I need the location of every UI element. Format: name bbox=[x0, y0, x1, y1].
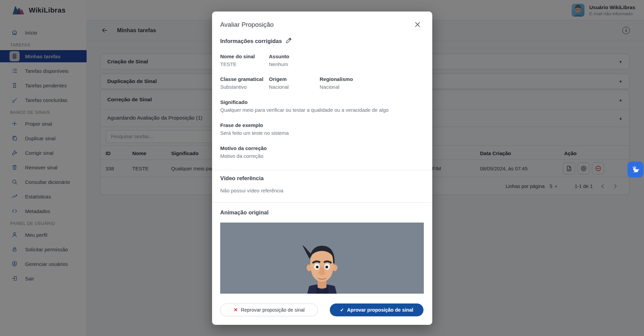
reject-proposal-button[interactable]: ✕ Reprovar proposição de sinal bbox=[220, 303, 318, 316]
field-origem: Origem Nacional bbox=[269, 76, 289, 90]
approve-proposal-button[interactable]: ✓ Aprovar proposição de sinal bbox=[330, 303, 423, 316]
field-label: Origem bbox=[269, 76, 289, 82]
reject-button-label: Reprovar proposição de sinal bbox=[241, 307, 305, 313]
hands-icon bbox=[631, 165, 640, 174]
field-value: Substantivo bbox=[220, 84, 263, 90]
app-window: WikiLibras Usuário W bbox=[0, 0, 644, 336]
field-significado: Significado Qualquer meio para verificar… bbox=[220, 99, 423, 113]
close-icon[interactable] bbox=[413, 20, 422, 29]
avaliar-proposicao-modal: Avaliar Proposição Informações corrigida… bbox=[212, 12, 432, 325]
field-frase-de-exemplo: Frase de exemplo Será feito um teste no … bbox=[220, 122, 423, 136]
field-label: Assunto bbox=[269, 54, 289, 59]
approve-button-label: Aprovar proposição de sinal bbox=[347, 307, 413, 313]
edit-pencil-icon[interactable] bbox=[285, 37, 292, 44]
divider bbox=[212, 202, 432, 203]
field-value: TESTE bbox=[220, 61, 255, 67]
field-label: Significado bbox=[220, 99, 423, 105]
field-label: Regionalismo bbox=[320, 76, 353, 82]
divider bbox=[212, 170, 432, 170]
field-value: Nacional bbox=[320, 84, 353, 90]
field-label: Frase de exemplo bbox=[220, 122, 423, 128]
x-icon: ✕ bbox=[233, 307, 238, 313]
field-value: Nenhum bbox=[269, 61, 289, 67]
field-assunto: Assunto Nenhum bbox=[269, 54, 289, 67]
field-label: Classe gramatical bbox=[220, 76, 263, 82]
section-informacoes-corrigidas: Informações corrigidas bbox=[220, 38, 282, 44]
section-animacao-original: Animação original bbox=[220, 209, 269, 216]
field-value: Nacional bbox=[269, 84, 289, 90]
check-icon: ✓ bbox=[340, 307, 344, 313]
video-referencia-empty-text: Não possui vídeo referência bbox=[220, 188, 283, 193]
field-value: Será feito um teste no sistema bbox=[220, 130, 423, 136]
avatar-animation-frame bbox=[278, 230, 366, 294]
field-regionalismo: Regionalismo Nacional bbox=[320, 76, 353, 90]
field-classe-gramatical: Classe gramatical Substantivo bbox=[220, 76, 263, 90]
field-motivo-da-correcao: Motivo da correção Motivo da correção bbox=[220, 145, 423, 159]
section-video-referencia: Vídeo referência bbox=[220, 175, 263, 182]
field-label: Nome do sinal bbox=[220, 54, 255, 59]
field-label: Motivo da correção bbox=[220, 145, 423, 151]
vlibras-accessibility-button[interactable] bbox=[627, 162, 643, 177]
modal-title: Avaliar Proposição bbox=[220, 21, 274, 28]
field-value: Qualquer meio para verificar ou testar a… bbox=[220, 107, 423, 113]
field-value: Motivo da correção bbox=[220, 153, 423, 159]
field-nome-do-sinal: Nome do sinal TESTE bbox=[220, 54, 255, 67]
animation-video-player[interactable] bbox=[220, 223, 424, 294]
